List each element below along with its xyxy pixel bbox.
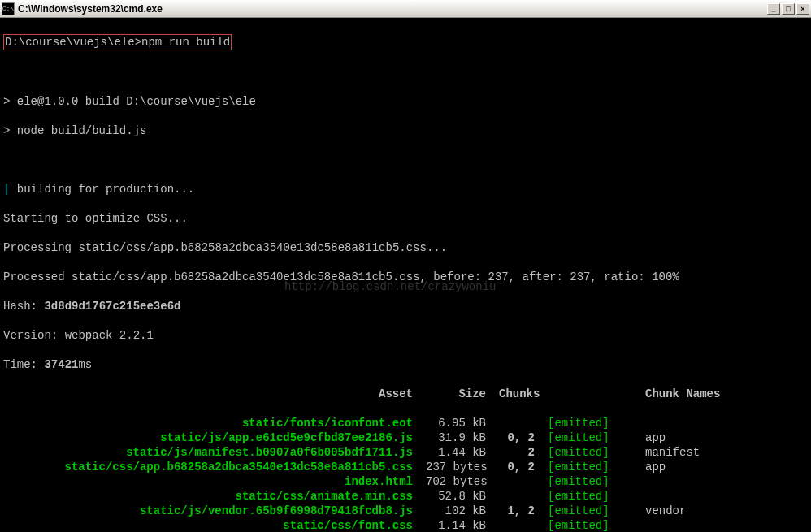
asset-row: index.html702 bytes[emitted] (3, 474, 808, 489)
asset-chunk-names (645, 489, 808, 504)
asset-emitted: [emitted] (548, 430, 645, 445)
optimize-text: Starting to optimize CSS... (3, 211, 808, 226)
asset-size: 31.9 kB (426, 430, 499, 445)
window-title: C:\Windows\system32\cmd.exe (18, 3, 767, 15)
asset-chunks (499, 489, 548, 504)
header-names: Chunk Names (645, 387, 808, 401)
asset-chunks (499, 518, 548, 532)
asset-name: static/css/font.css (3, 518, 426, 532)
cmd-icon: C:\ (2, 2, 15, 15)
asset-name: static/js/app.e61cd5e9cfbd87ee2186.js (3, 430, 426, 445)
version-label: Version: (3, 329, 65, 342)
terminal-output[interactable]: D:\course\vuejs\ele>npm run build > ele@… (0, 18, 811, 532)
minimize-button[interactable]: _ (767, 3, 780, 15)
asset-emitted: [emitted] (548, 445, 645, 460)
asset-chunk-names: app (645, 460, 808, 474)
asset-row: static/js/vendor.65b9f6998d79418fcdb8.js… (3, 504, 808, 518)
asset-emitted: [emitted] (548, 504, 645, 518)
asset-name: static/js/manifest.b0907a0f6b005bdf1711.… (3, 445, 426, 460)
asset-size: 702 bytes (426, 474, 499, 489)
asset-chunks: 0, 2 (499, 430, 548, 445)
header-asset: Asset (3, 387, 426, 401)
asset-name: static/css/app.b68258a2dbca3540e13dc58e8… (3, 460, 426, 474)
header-size: Size (426, 387, 499, 401)
asset-chunks: 0, 2 (499, 460, 548, 474)
asset-row: static/js/app.e61cd5e9cfbd87ee2186.js31.… (3, 430, 808, 445)
npm-run-line: > ele@1.0.0 build D:\course\vuejs\ele (3, 94, 808, 109)
close-button[interactable]: × (796, 3, 809, 15)
asset-size: 1.44 kB (426, 445, 499, 460)
asset-emitted: [emitted] (548, 518, 645, 532)
asset-row: static/css/animate.min.css52.8 kB[emitte… (3, 489, 808, 504)
processing-text: Processing static/css/app.b68258a2dbca35… (3, 240, 808, 255)
asset-name: static/fonts/iconfont.eot (3, 416, 426, 430)
header-chunks: Chunks (499, 387, 548, 401)
asset-chunk-names: app (645, 430, 808, 445)
asset-emitted: [emitted] (548, 489, 645, 504)
asset-chunk-names (645, 518, 808, 532)
asset-chunk-names: manifest (645, 445, 808, 460)
asset-row: static/js/manifest.b0907a0f6b005bdf1711.… (3, 445, 808, 460)
asset-size: 6.95 kB (426, 416, 499, 430)
building-text: building for production... (10, 183, 194, 196)
asset-chunks: 2 (499, 445, 548, 460)
asset-chunks: 1, 2 (499, 504, 548, 518)
asset-row: static/css/font.css1.14 kB[emitted] (3, 518, 808, 532)
header-spacer (548, 387, 645, 401)
prompt-command: npm run build (141, 36, 230, 49)
asset-size: 102 kB (426, 504, 499, 518)
maximize-button[interactable]: □ (782, 3, 795, 15)
asset-chunks (499, 416, 548, 430)
time-label: Time: (3, 358, 44, 371)
asset-emitted: [emitted] (548, 474, 645, 489)
asset-name: static/css/animate.min.css (3, 489, 426, 504)
time-value: 37421 (44, 358, 78, 371)
asset-emitted: [emitted] (548, 416, 645, 430)
npm-node-line: > node build/build.js (3, 123, 808, 138)
asset-table-header: AssetSizeChunksChunk Names (3, 387, 808, 401)
asset-chunk-names (645, 474, 808, 489)
asset-chunks (499, 474, 548, 489)
asset-chunk-names: vendor (645, 504, 808, 518)
time-unit: ms (78, 358, 92, 371)
prompt-path: D:\course\vuejs\ele> (5, 36, 141, 49)
asset-emitted: [emitted] (548, 460, 645, 474)
asset-name: static/js/vendor.65b9f6998d79418fcdb8.js (3, 504, 426, 518)
processed-text: Processed static/css/app.b68258a2dbca354… (3, 270, 808, 284)
asset-size: 1.14 kB (426, 518, 499, 532)
hash-value: 3d8d9d1767c215ee3e6d (44, 300, 180, 313)
asset-size: 237 bytes (426, 460, 499, 474)
hash-label: Hash: (3, 300, 44, 313)
window-titlebar: C:\ C:\Windows\system32\cmd.exe _ □ × (0, 0, 811, 18)
asset-chunk-names (645, 416, 808, 430)
asset-row: static/fonts/iconfont.eot6.95 kB[emitted… (3, 416, 808, 430)
window-controls: _ □ × (767, 3, 809, 15)
asset-name: index.html (3, 474, 426, 489)
asset-size: 52.8 kB (426, 489, 499, 504)
version-value: webpack 2.2.1 (65, 329, 154, 342)
asset-row: static/css/app.b68258a2dbca3540e13dc58e8… (3, 460, 808, 474)
